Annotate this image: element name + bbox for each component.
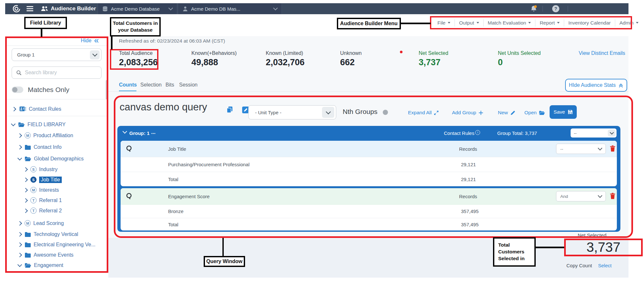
group-select[interactable]: Group 1 [12,48,102,61]
caret-down-icon [477,22,479,24]
notifications-bell-icon[interactable] [530,5,538,14]
search-icon[interactable] [126,193,133,201]
circled-s-icon: S [30,166,37,172]
result-row[interactable]: Purchasing/Procurement Professional 29,1… [121,157,617,172]
database-selector[interactable]: Acme Demo Database [98,3,177,14]
footer-background [108,238,628,278]
open-query-link[interactable]: Open [524,110,545,116]
pencil-icon [510,110,516,116]
sidebar-item-electrical-engineering[interactable]: Electrical Engineering Ve... [18,240,95,250]
matches-only-label: Matches Only [28,86,69,94]
group-contact-rules-link[interactable]: Contact Rules [444,130,480,137]
database-selector-label: Acme Demo Database [111,6,160,12]
sidebar-item-referral-1[interactable]: T Referral 1 [24,195,62,205]
app-title: Audience Builder [51,3,96,14]
sidebar-item-contact-info[interactable]: Contact Info [18,142,61,152]
hamburger-menu-icon[interactable] [27,6,33,13]
sidebar-item-technology-vertical[interactable]: Technology Vertical [18,229,78,239]
sidebar-scrollbar[interactable] [106,80,107,99]
info-icon [475,130,480,135]
sidebar-item-contact-rules[interactable]: Contact Rules [12,104,61,114]
user-icon [183,6,188,12]
copy-count-label: Copy Count [566,263,592,268]
folder-icon [25,232,31,237]
sidebar-item-interests[interactable]: M Interests [24,185,59,195]
new-query-link[interactable]: New [498,110,516,116]
search-icon[interactable] [126,145,133,153]
app-logo-icon[interactable] [12,5,21,14]
tab-bits[interactable]: Bits [166,82,174,88]
caret-down-icon [528,22,531,24]
active-tab-underline [119,90,136,91]
total-row: Total 357,495 [121,218,617,230]
sidebar-item-awesome-events[interactable]: Awesome Events [18,250,73,260]
divider [7,46,107,46]
search-input[interactable] [24,69,97,76]
query-block-job-title: Job Title Records -- Purchasing/Procurem… [121,141,617,186]
delete-block-trash-icon[interactable] [610,145,616,153]
tab-session[interactable]: Session [179,82,198,88]
group-total-label: Group Total: 3,737 [497,130,537,136]
hide-panel-button[interactable]: Hide [81,38,99,44]
sidebar-item-job-title-selected[interactable]: S Job Title [24,175,62,185]
select-count-link[interactable]: Select [598,263,612,268]
circled-m-icon: M [30,187,37,193]
stat-total-audience-value: 2,083,256 [119,57,158,67]
chevron-right-icon [17,232,22,236]
block-operator-select[interactable]: And [556,191,606,201]
chevron-right-icon [17,242,22,247]
block-operator-select[interactable]: -- [556,144,606,154]
user-selector[interactable]: Acme Demo DB Mas... [178,3,282,14]
stat-total-audience-label: Total Audience [119,50,153,56]
sidebar-item-industry[interactable]: S Industry [24,164,58,174]
hide-audience-stats-button[interactable]: HIde Audience Stats [565,79,627,92]
matches-only-toggle[interactable] [12,87,23,93]
menu-report[interactable]: Report [535,19,564,26]
navbar-divider [542,6,543,12]
top-navbar: Audience Builder Acme Demo Database Acme… [5,3,628,14]
chevron-right-icon [23,167,28,171]
add-group-link[interactable]: Add Group [452,110,483,116]
stat-known-behaviors-label: Known(+Behaviors) [191,50,237,56]
sidebar-item-lead-scoring[interactable]: M Lead Scoring [18,218,64,228]
folder-icon [25,242,31,247]
chevron-down-icon [17,262,22,267]
menu-output[interactable]: Output [455,19,484,26]
group-operator-select[interactable]: -- [571,128,617,138]
double-chevron-left-icon [94,39,99,43]
annotation-total-customers-db: Total Customers in your Database [110,17,161,36]
result-row[interactable]: Bronze 357,495 [121,204,617,218]
unit-type-select[interactable]: - Unit Type - [248,105,336,119]
chevron-right-icon [12,107,16,111]
circled-m-icon: M [25,132,31,138]
annotation-line [401,23,431,24]
menu-inventory-calendar[interactable]: Inventory Calendar [564,19,615,26]
sidebar-item-engagement[interactable]: Engagement [18,260,63,270]
chevron-down-icon [598,146,602,150]
tab-selection[interactable]: Selection [140,82,162,88]
annotation-audience-builder-menu: Audience Builder Menu [337,18,401,29]
menu-admin[interactable]: Admin [615,19,643,26]
chevron-down-icon [608,129,616,137]
stat-known-limited-value: 2,032,706 [266,57,305,67]
folder-open-icon [25,263,31,268]
folder-open-icon [18,122,25,127]
menu-file[interactable]: File [433,19,455,26]
circled-t-icon: T [30,197,37,203]
sidebar-item-field-library[interactable]: FIELD LIBRARY [12,119,66,129]
net-selected-footer-label: Net Selected [578,232,606,238]
annotation-total-selected: Total Customers Selected in [493,237,536,267]
save-query-button[interactable]: Save [550,105,577,119]
view-distinct-emails-link[interactable]: View Distinct Emails [579,50,625,56]
annotation-query-window: Query Window [204,256,245,267]
more-options-icon[interactable] [151,130,156,136]
expand-all-link[interactable]: Expand All [408,110,439,116]
help-icon[interactable] [552,5,559,12]
tab-counts[interactable]: Counts [119,82,137,88]
delete-block-trash-icon[interactable] [610,193,616,200]
sidebar-item-referral-2[interactable]: T Referral 2 [24,206,62,216]
sidebar-item-global-demographics[interactable]: Global Demographics [18,154,84,164]
copy-query-icon[interactable] [226,106,233,115]
menu-match-evaluation[interactable]: Match Evaluation [484,19,536,26]
sidebar-item-product-affiliation[interactable]: M Product Affiliation [18,130,73,140]
